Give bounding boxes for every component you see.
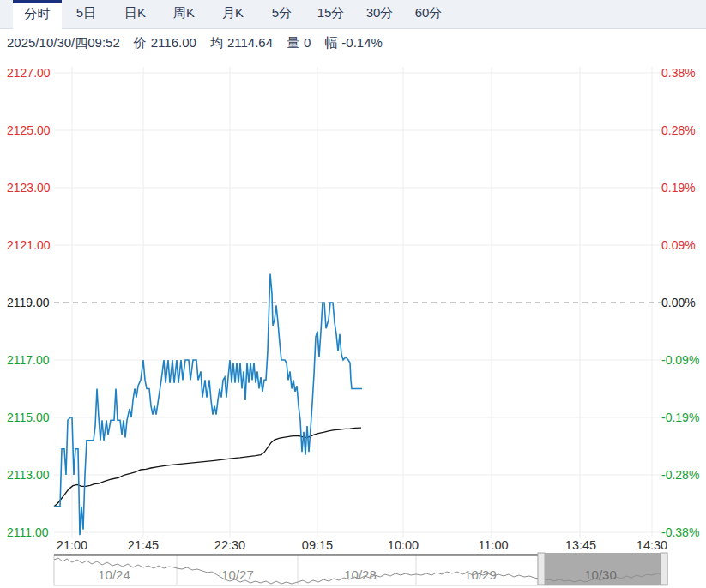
y-axis-percent-label: 0.28% (661, 123, 696, 137)
y-axis-percent-label: -0.28% (661, 468, 699, 482)
navigator-date-label: 10/28 (344, 567, 377, 582)
y-axis-percent-label: -0.38% (661, 525, 699, 539)
y-axis-percent-label: 0.38% (661, 66, 696, 80)
tab-30min[interactable]: 30分 (355, 0, 404, 28)
quote-change-group: 幅-0.14% (324, 35, 383, 51)
navigator-date-label: 10/27 (221, 567, 254, 582)
navigator-date-label: 10/29 (464, 567, 497, 582)
date-range-navigator[interactable]: 10/2410/2710/2810/2910/30 (0, 552, 706, 588)
change-value: -0.14% (341, 35, 383, 50)
y-axis-percent-label: 0.19% (661, 181, 696, 195)
quote-datetime: 2025/10/30/四09:52 (7, 35, 120, 51)
volume-label: 量 (287, 35, 299, 50)
navigator-date-label: 10/30 (584, 567, 617, 582)
tab-monthly-k[interactable]: 月K (208, 0, 257, 28)
y-axis-percent-label: -0.09% (661, 353, 699, 367)
tab-60min[interactable]: 60分 (404, 0, 453, 28)
period-tabbar: 分时 5日 日K 周K 月K 5分 15分 30分 60分 (0, 0, 706, 29)
y-axis-price-label: 2117.00 (7, 353, 50, 367)
quote-avg-group: 均2114.64 (210, 35, 273, 51)
tab-daily-k[interactable]: 日K (111, 0, 160, 28)
y-axis-price-label: 2111.00 (7, 525, 49, 539)
quote-price-group: 价2116.00 (134, 35, 196, 51)
x-axis-label: 14:30 (637, 538, 667, 552)
y-axis-price-label: 2119.00 (7, 296, 50, 309)
x-axis-label: 21:00 (57, 538, 87, 552)
x-axis-label: 09:15 (302, 538, 333, 552)
change-label: 幅 (324, 35, 337, 50)
y-axis-percent-label: -0.19% (661, 411, 699, 424)
x-axis-label: 21:45 (128, 538, 159, 552)
tab-intraday[interactable]: 分时 (13, 0, 62, 30)
x-axis-label: 11:00 (478, 538, 508, 552)
y-axis-price-label: 2127.00 (7, 66, 51, 80)
navigator-right-handle[interactable] (661, 553, 667, 585)
tab-5min[interactable]: 5分 (257, 0, 306, 28)
x-axis-label: 13:45 (565, 538, 596, 552)
tab-weekly-k[interactable]: 周K (160, 0, 208, 28)
x-axis-label: 10:00 (388, 538, 419, 552)
y-axis-price-label: 2113.00 (7, 468, 50, 482)
y-axis-price-label: 2123.00 (7, 181, 51, 195)
y-axis-price-label: 2125.00 (7, 123, 51, 137)
y-axis-percent-label: 0.09% (661, 238, 696, 252)
intraday-chart[interactable]: 2127.000.38%2125.000.28%2123.000.19%2121… (0, 57, 706, 554)
x-axis-label: 22:30 (214, 538, 245, 552)
tab-5day[interactable]: 5日 (62, 0, 111, 28)
price-value: 2116.00 (151, 35, 196, 50)
avg-label: 均 (210, 35, 223, 50)
navigator-date-label: 10/24 (98, 567, 130, 582)
quote-infobar: 2025/10/30/四09:52 价2116.00 均2114.64 量0 幅… (0, 29, 706, 57)
y-axis-price-label: 2121.00 (7, 238, 51, 252)
price-line (54, 274, 362, 536)
price-label: 价 (134, 35, 147, 50)
futures-intraday-screen: 分时 5日 日K 周K 月K 5分 15分 30分 60分 2025/10/30… (0, 0, 706, 588)
quote-volume-group: 量0 (287, 35, 311, 51)
y-axis-percent-label: 0.00% (661, 296, 696, 309)
volume-value: 0 (304, 35, 311, 50)
navigator-left-handle[interactable] (538, 553, 545, 585)
tab-15min[interactable]: 15分 (306, 0, 355, 28)
y-axis-price-label: 2115.00 (7, 411, 50, 424)
avg-value: 2114.64 (227, 35, 273, 50)
